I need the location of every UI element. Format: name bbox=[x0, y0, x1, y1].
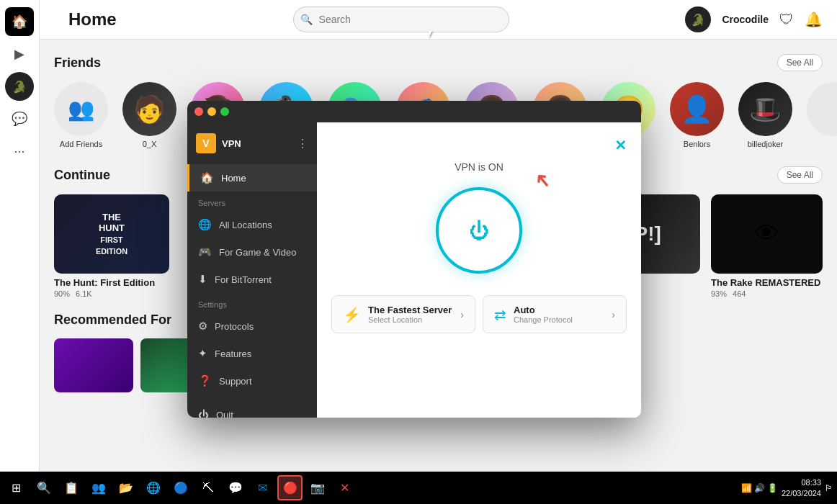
sidebar-avatar[interactable]: 🐊 bbox=[5, 72, 34, 101]
taskbar-volume-icon[interactable]: 🔊 bbox=[754, 483, 765, 493]
vpn-minimize-button[interactable] bbox=[207, 107, 216, 116]
add-friends-avatar: 👥 bbox=[54, 82, 108, 136]
topbar: Home 🔍 🐊 Crocodile 🛡 🔔 bbox=[40, 0, 837, 40]
vpn-sidebar: V VPN ⋮ 🏠 Home Servers 🌐 All Locations 🎮… bbox=[187, 122, 317, 418]
notification-bell-icon[interactable]: 🔔 bbox=[805, 11, 823, 28]
vpn-maximize-button[interactable] bbox=[220, 107, 229, 116]
taskbar-tray-icon[interactable]: 🏳 bbox=[825, 483, 833, 493]
left-sidebar: 🏠 ▶ 🐊 💬 ··· bbox=[0, 0, 40, 504]
vpn-arrow-indicator: ➜ bbox=[528, 167, 557, 195]
friends-title: Friends bbox=[54, 55, 101, 71]
rec-thumbnail bbox=[54, 338, 133, 392]
vpn-x-close-button[interactable]: ✕ bbox=[614, 137, 627, 154]
vpn-power-ring: ⏻ bbox=[436, 187, 522, 274]
vpn-protocol-card[interactable]: ⇄ Auto Change Protocol › bbox=[483, 295, 627, 333]
vpn-body: V VPN ⋮ 🏠 Home Servers 🌐 All Locations 🎮… bbox=[187, 122, 641, 418]
page-title: Home bbox=[68, 9, 117, 30]
continue-title: Continue bbox=[54, 168, 110, 183]
game-likes: 93% bbox=[711, 289, 727, 298]
vpn-sidebar-top: V VPN ⋮ bbox=[187, 130, 317, 164]
vpn-home-icon: 🏠 bbox=[200, 171, 214, 184]
vpn-close-button[interactable] bbox=[194, 107, 203, 116]
taskbar-start-button[interactable]: ⊞ bbox=[4, 475, 29, 500]
game-title: The Rake REMASTERED bbox=[711, 277, 823, 288]
sidebar-chat-icon[interactable]: 💬 bbox=[5, 104, 34, 133]
vpn-quit-item[interactable]: ⏻ Quit bbox=[187, 402, 317, 418]
search-input[interactable] bbox=[293, 6, 509, 32]
add-friends-item[interactable]: 👥 Add Friends bbox=[54, 82, 108, 148]
vpn-nav-support[interactable]: ❓ Support bbox=[187, 367, 317, 395]
friend-item[interactable] bbox=[807, 82, 837, 140]
vpn-nav-protocols[interactable]: ⚙ Protocols bbox=[187, 312, 317, 340]
taskbar-whatsapp-icon[interactable]: 💬 bbox=[223, 475, 248, 500]
taskbar-telegram-icon[interactable]: ✉ bbox=[250, 475, 275, 500]
game-players: 6.1K bbox=[76, 289, 92, 298]
vpn-protocols-icon: ⚙ bbox=[198, 320, 207, 333]
sidebar-home-icon[interactable]: 🏠 bbox=[5, 7, 34, 36]
taskbar-taskview-icon[interactable]: 📋 bbox=[58, 475, 84, 500]
vpn-support-label: Support bbox=[219, 376, 252, 387]
user-avatar[interactable]: 🐊 bbox=[685, 6, 711, 32]
taskbar-left: ⊞ 🔍 📋 👥 📂 🌐 🔵 ⛏ 💬 ✉ 🔴 📷 ✕ bbox=[4, 475, 357, 500]
vpn-location-title: The Fastest Server bbox=[368, 305, 453, 315]
taskbar-teams-icon[interactable]: 👥 bbox=[86, 475, 111, 500]
vpn-location-text: The Fastest Server Select Location bbox=[368, 305, 453, 324]
vpn-power-button[interactable]: ⏻ bbox=[454, 205, 504, 256]
shield-icon[interactable]: 🛡 bbox=[779, 12, 794, 28]
vpn-quit-label: Quit bbox=[216, 410, 233, 418]
friend-avatar: 🧑 bbox=[122, 82, 176, 136]
taskbar-search-icon[interactable]: 🔍 bbox=[31, 475, 56, 500]
vpn-protocol-text: Auto Change Protocol bbox=[514, 305, 604, 324]
vpn-quit-icon: ⏻ bbox=[198, 409, 209, 418]
taskbar-vpn-icon[interactable]: 🔴 bbox=[277, 475, 303, 500]
game-thumbnail: 👁 bbox=[711, 194, 823, 274]
vpn-torrent-icon: ⬇ bbox=[198, 273, 207, 286]
game-meta: 93% 464 bbox=[711, 289, 823, 298]
friend-item[interactable]: 🧑 0_X bbox=[122, 82, 176, 148]
friend-avatar bbox=[807, 82, 837, 136]
taskbar: ⊞ 🔍 📋 👥 📂 🌐 🔵 ⛏ 💬 ✉ 🔴 📷 ✕ 📶 🔊 🔋 08:33 22… bbox=[0, 472, 837, 504]
taskbar-edge-icon[interactable]: 🌐 bbox=[140, 475, 166, 500]
taskbar-camera-icon[interactable]: 📷 bbox=[305, 475, 330, 500]
friend-item[interactable]: 👤 Benlors bbox=[670, 82, 724, 148]
taskbar-right: 📶 🔊 🔋 08:33 22/03/2024 🏳 bbox=[741, 477, 833, 498]
vpn-power-area: ⏻ ➜ bbox=[436, 180, 522, 281]
game-card[interactable]: 👁 The Rake REMASTERED 93% 464 bbox=[711, 194, 823, 298]
vpn-nav-all-locations[interactable]: 🌐 All Locations bbox=[187, 211, 317, 238]
friend-item[interactable]: 🎩 billedjoker bbox=[738, 82, 792, 148]
friend-name: Benlors bbox=[684, 140, 710, 148]
taskbar-extra-icon[interactable]: ✕ bbox=[332, 475, 357, 500]
game-card[interactable]: THEHUNTFIRSTEDITION The Hunt: First Edit… bbox=[54, 194, 169, 298]
taskbar-wifi-icon[interactable]: 📶 bbox=[741, 483, 752, 493]
taskbar-sys-icons: 📶 🔊 🔋 bbox=[741, 483, 778, 493]
taskbar-minecraft-icon[interactable]: ⛏ bbox=[195, 475, 220, 500]
vpn-nav-home-label: Home bbox=[221, 173, 246, 184]
vpn-nav-bittorrent[interactable]: ⬇ For BitTorrent bbox=[187, 266, 317, 293]
vpn-menu-dots[interactable]: ⋮ bbox=[297, 137, 308, 150]
taskbar-explorer-icon[interactable]: 📂 bbox=[113, 475, 138, 500]
vpn-nav-features[interactable]: ✦ Features bbox=[187, 340, 317, 367]
vpn-sidebar-bottom: ⏻ Quit bbox=[187, 395, 317, 418]
vpn-protocol-icon: ⇄ bbox=[494, 306, 506, 323]
vpn-nav-game-video[interactable]: 🎮 For Game & Video bbox=[187, 238, 317, 266]
taskbar-battery-icon[interactable]: 🔋 bbox=[767, 483, 778, 493]
vpn-main-panel: ✕ VPN is ON ⏻ ➜ ⚡ The Fastest Server Sel… bbox=[317, 122, 641, 418]
taskbar-clock[interactable]: 08:33 22/03/2024 bbox=[782, 477, 821, 498]
friends-see-all-button[interactable]: See All bbox=[777, 54, 823, 71]
vpn-all-locations-label: All Locations bbox=[219, 220, 272, 230]
sidebar-more-icon[interactable]: ··· bbox=[5, 137, 34, 166]
taskbar-chrome-icon[interactable]: 🔵 bbox=[168, 475, 193, 500]
vpn-location-arrow-icon: › bbox=[460, 309, 464, 320]
vpn-features-label: Features bbox=[215, 348, 251, 359]
game-likes: 90% bbox=[54, 289, 70, 298]
search-icon: 🔍 bbox=[300, 14, 313, 25]
vpn-protocol-arrow-icon: › bbox=[612, 309, 615, 320]
vpn-app-name: VPN bbox=[222, 138, 291, 149]
rec-card[interactable] bbox=[54, 338, 133, 392]
continue-see-all-button[interactable]: See All bbox=[777, 166, 823, 184]
sidebar-play-icon[interactable]: ▶ bbox=[5, 40, 34, 68]
vpn-bottom-cards: ⚡ The Fastest Server Select Location › ⇄… bbox=[331, 295, 627, 333]
vpn-location-card[interactable]: ⚡ The Fastest Server Select Location › bbox=[331, 295, 475, 333]
friend-avatar: 🎩 bbox=[738, 82, 792, 136]
vpn-nav-home[interactable]: 🏠 Home bbox=[187, 164, 317, 192]
